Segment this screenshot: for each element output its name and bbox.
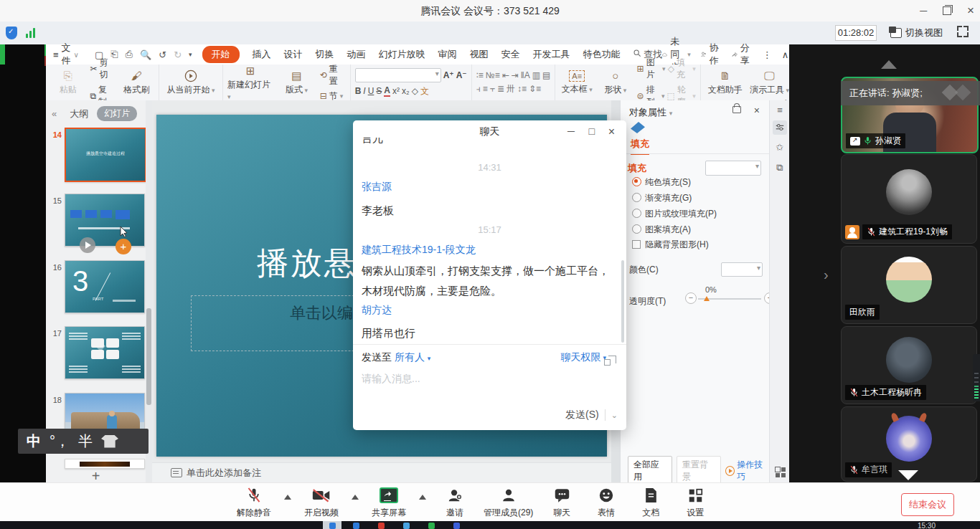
- radio-solid-fill[interactable]: [632, 177, 641, 186]
- video-tile[interactable]: 土木工程杨昕冉: [841, 326, 977, 404]
- popout-icon[interactable]: [608, 356, 616, 363]
- taskbar-app-icon[interactable]: [428, 523, 435, 529]
- font-name-select[interactable]: [355, 68, 441, 82]
- chat-sender[interactable]: 胡方达: [362, 304, 392, 317]
- picture-button[interactable]: 图片: [646, 57, 660, 81]
- align-right-icon[interactable]: ⫟: [490, 84, 495, 94]
- pin-icon[interactable]: [732, 106, 741, 113]
- more-icon[interactable]: ⋮: [763, 49, 772, 60]
- share-options-icon[interactable]: [419, 495, 426, 500]
- taskbar-app-icon[interactable]: [453, 523, 460, 529]
- tab-home[interactable]: 开始: [202, 46, 240, 63]
- reset-button[interactable]: ⟲重置: [320, 63, 346, 87]
- effects-strip-icon[interactable]: ✩: [773, 140, 787, 155]
- radio-pattern-fill[interactable]: [632, 224, 641, 234]
- distribute-icon[interactable]: 〺: [507, 83, 515, 95]
- subscript-button[interactable]: x₂: [402, 86, 410, 96]
- strip-menu-icon[interactable]: ≡: [773, 103, 787, 118]
- file-menu[interactable]: ≡文件∨: [53, 42, 79, 67]
- settings-button[interactable]: 设置: [679, 486, 711, 519]
- send-options-icon[interactable]: ⌄: [611, 411, 618, 420]
- taskbar-app-icon[interactable]: [353, 523, 359, 529]
- mic-options-icon[interactable]: [284, 495, 291, 500]
- text-direction-icon[interactable]: ‖A: [521, 70, 530, 80]
- chat-permission-control[interactable]: 聊天权限 ▾: [560, 351, 616, 364]
- para-spacing-icon[interactable]: ⇕≡: [529, 84, 541, 94]
- play-slide-overlay-icon[interactable]: [80, 237, 95, 253]
- close-icon[interactable]: ×: [967, 4, 974, 18]
- doc-assistant-button[interactable]: 🗎文档助手: [705, 70, 745, 96]
- font-grow-button[interactable]: A⁺: [443, 70, 454, 80]
- tab-animation[interactable]: 动画: [347, 48, 366, 61]
- tab-security[interactable]: 安全: [501, 48, 520, 61]
- align-center-icon[interactable]: ≡: [483, 84, 488, 94]
- print-icon[interactable]: ⎙: [126, 49, 133, 60]
- format-painter-button[interactable]: 🖌格式刷: [119, 70, 155, 96]
- hide-bg-checkbox[interactable]: [632, 240, 641, 249]
- panel-scrollbar[interactable]: [146, 100, 152, 482]
- strikethrough-button[interactable]: S: [376, 86, 382, 96]
- start-video-button[interactable]: 开启视频: [304, 486, 339, 519]
- slider-handle[interactable]: [704, 296, 710, 301]
- ime-skin-icon[interactable]: [101, 435, 118, 448]
- tab-devtools[interactable]: 开发工具: [533, 48, 570, 61]
- superscript-button[interactable]: x²: [392, 86, 400, 96]
- end-meeting-button[interactable]: 结束会议: [901, 493, 954, 516]
- slide-thumbnail-16[interactable]: 3 PART: [65, 260, 145, 313]
- minimize-icon[interactable]: ─: [920, 5, 927, 16]
- scroll-down-icon[interactable]: [898, 470, 918, 480]
- notes-bar[interactable]: 单击此处添加备注: [152, 462, 611, 482]
- shapes-button[interactable]: ○形状 ▾: [598, 70, 633, 96]
- indent-increase-icon[interactable]: ⇥: [512, 70, 519, 80]
- transparency-minus-button[interactable]: −: [685, 292, 697, 304]
- radio-gradient-fill[interactable]: [632, 193, 641, 202]
- font-color-button[interactable]: A: [384, 85, 390, 97]
- chat-sender[interactable]: 建筑工程技术19-1-段文龙: [362, 244, 476, 257]
- tab-review[interactable]: 审阅: [438, 48, 457, 61]
- unmute-button[interactable]: 解除静音: [237, 486, 271, 519]
- video-tile[interactable]: 建筑工程19-1刘畅: [841, 154, 977, 244]
- quickbar-dropdown-icon[interactable]: ▾: [189, 51, 192, 58]
- font-shrink-button[interactable]: A⁻: [456, 70, 467, 80]
- underline-button[interactable]: U: [368, 86, 374, 96]
- layout-button[interactable]: ▤版式 ▾: [278, 70, 315, 96]
- slide-thumbnail-14[interactable]: 播放悬空寺建造过程: [65, 128, 146, 182]
- emoji-button[interactable]: 表情: [590, 486, 622, 519]
- reset-background-button[interactable]: 重置背景: [677, 456, 721, 486]
- pinyin-button[interactable]: 文: [420, 85, 429, 97]
- apps-grid-icon[interactable]: [775, 467, 781, 472]
- ime-width[interactable]: 半: [78, 432, 93, 451]
- slide-thumbnail-19-partial[interactable]: [65, 459, 145, 469]
- undo-icon[interactable]: ↺: [159, 49, 166, 60]
- add-slide-overlay-icon[interactable]: +: [116, 239, 131, 254]
- text-align-box-icon[interactable]: ▤: [542, 70, 550, 80]
- fill-tab[interactable]: 填充: [631, 138, 649, 155]
- share-button[interactable]: 分享: [732, 42, 753, 67]
- properties-title[interactable]: 对象属性 ▾: [629, 106, 672, 119]
- ime-status-bar[interactable]: 中 °， 半: [18, 429, 149, 454]
- collapse-ribbon-icon[interactable]: ∧: [782, 49, 789, 60]
- security-shield-icon[interactable]: [6, 27, 17, 39]
- bullets-icon[interactable]: ∶≡: [476, 70, 484, 80]
- taskbar-app-icon[interactable]: [378, 523, 385, 529]
- taskbar-active-app[interactable]: [323, 521, 341, 529]
- selection-strip-icon[interactable]: ⧉: [773, 161, 787, 175]
- manage-members-button[interactable]: 管理成员(29): [484, 486, 533, 519]
- tab-transition[interactable]: 切换: [316, 48, 334, 61]
- tab-design[interactable]: 设计: [284, 48, 303, 61]
- invite-button[interactable]: 邀请: [439, 486, 471, 519]
- tips-link[interactable]: 操作技巧: [725, 459, 770, 483]
- tab-features[interactable]: 特色功能: [583, 48, 621, 61]
- chat-maximize-icon[interactable]: □: [589, 125, 595, 137]
- slide-subtitle-text[interactable]: 单击以编: [290, 302, 353, 324]
- docs-button[interactable]: 文档: [635, 486, 666, 519]
- chat-close-icon[interactable]: ×: [608, 125, 615, 138]
- transparency-slider[interactable]: [698, 298, 761, 300]
- slide-thumbnail-15[interactable]: +: [65, 194, 145, 247]
- fullscreen-icon[interactable]: [957, 26, 969, 37]
- sidebar-collapse-icon[interactable]: ›: [824, 267, 829, 283]
- chat-sender[interactable]: 张吉源: [362, 181, 392, 194]
- ime-punctuation[interactable]: °，: [50, 432, 70, 451]
- chat-input[interactable]: 请输入消息...: [362, 373, 420, 386]
- tab-slides[interactable]: 幻灯片: [97, 106, 137, 121]
